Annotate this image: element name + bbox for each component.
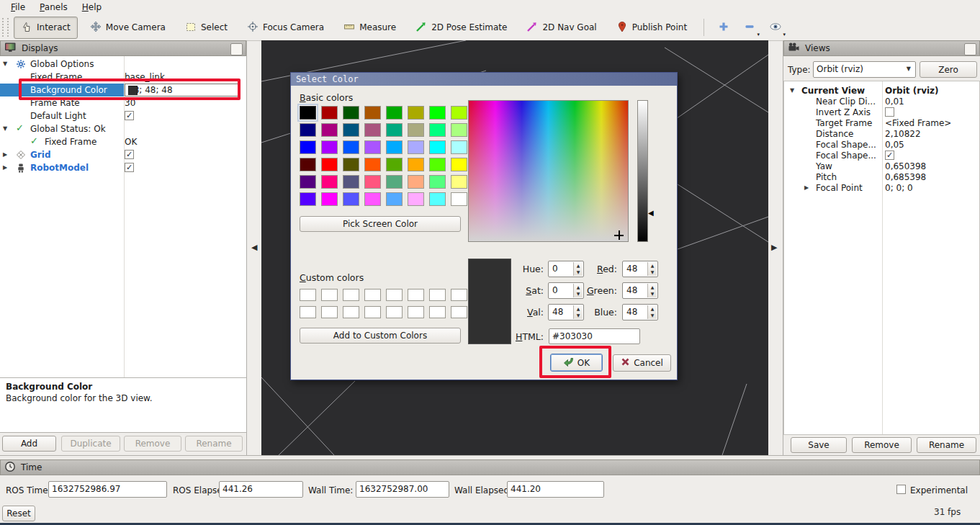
custom-color-swatch[interactable] <box>364 289 381 301</box>
save-view-button[interactable]: Save <box>791 437 847 453</box>
views-panel-header[interactable]: Views <box>783 40 980 56</box>
tree-row[interactable]: Pitch0,685398 <box>784 171 979 181</box>
basic-color-swatch[interactable] <box>429 192 446 206</box>
tree-row[interactable]: Target Frame<Fixed Frame> <box>784 117 979 127</box>
tree-row[interactable]: Frame Rate30 <box>0 97 246 109</box>
custom-color-swatch[interactable] <box>429 289 446 301</box>
checkbox[interactable]: ✓ <box>125 163 134 172</box>
publish-point-tool-button[interactable]: Publish Point <box>609 17 694 39</box>
pose-estimate-tool-button[interactable]: 2D Pose Estimate <box>408 17 514 39</box>
basic-color-swatch[interactable] <box>300 158 316 171</box>
custom-color-swatch[interactable] <box>408 289 424 301</box>
basic-color-swatch[interactable] <box>364 175 381 189</box>
time-panel-header[interactable]: Time <box>0 459 980 475</box>
remove-display-button[interactable]: Remove <box>124 436 181 452</box>
displays-panel-header[interactable]: Displays <box>0 40 246 56</box>
interact-tool-button[interactable]: Interact <box>14 17 78 39</box>
hue-saturation-picker[interactable] <box>468 100 629 242</box>
custom-color-swatch[interactable] <box>343 289 359 301</box>
custom-color-swatch[interactable] <box>300 306 316 318</box>
tree-row[interactable]: Yaw0,650398 <box>784 160 979 171</box>
basic-color-swatch[interactable] <box>386 140 403 154</box>
basic-color-swatch[interactable] <box>343 158 359 171</box>
custom-color-swatch[interactable] <box>343 306 359 318</box>
basic-color-swatch[interactable] <box>386 175 403 189</box>
basic-color-swatch[interactable] <box>343 175 359 189</box>
basic-color-swatch[interactable] <box>343 106 359 120</box>
tree-row[interactable]: ▶RobotModel✓ <box>0 161 246 174</box>
basic-color-swatch[interactable] <box>429 106 446 120</box>
basic-color-swatch[interactable] <box>321 192 338 206</box>
basic-color-swatch[interactable] <box>451 140 467 154</box>
basic-color-swatch[interactable] <box>343 123 359 137</box>
ros-elapsed-field[interactable]: 441.26 <box>219 481 303 498</box>
custom-color-swatch[interactable] <box>408 306 424 318</box>
measure-tool-button[interactable]: Measure <box>336 17 403 39</box>
basic-color-swatch[interactable] <box>300 192 316 206</box>
tree-row[interactable]: ▶Focal Point0; 0; 0 <box>784 181 979 192</box>
select-tool-button[interactable]: Select <box>178 17 235 39</box>
basic-color-swatch[interactable] <box>300 106 316 120</box>
basic-color-swatch[interactable] <box>408 106 424 120</box>
blue-spinbox[interactable]: 48▲▼ <box>622 304 658 320</box>
wall-elapsed-field[interactable]: 441.20 <box>507 481 604 498</box>
tree-row[interactable]: Default Light✓ <box>0 109 246 122</box>
menu-panels[interactable]: Panels <box>33 1 74 14</box>
tree-row[interactable]: ▼Global Options <box>0 58 246 71</box>
expander-open-icon[interactable]: ▼ <box>790 87 794 94</box>
add-to-custom-colors-button[interactable]: Add to Custom Colors <box>300 328 461 344</box>
value-slider-arrow[interactable]: ◀ <box>648 209 654 217</box>
custom-color-swatch[interactable] <box>451 306 467 318</box>
basic-color-swatch[interactable] <box>343 192 359 206</box>
tree-row[interactable]: ▶Grid✓ <box>0 148 246 161</box>
basic-color-swatch[interactable] <box>408 123 424 137</box>
red-spinbox[interactable]: 48▲▼ <box>622 261 658 277</box>
menu-file[interactable]: File <box>4 1 32 14</box>
basic-color-swatch[interactable] <box>386 158 403 171</box>
focus-camera-tool-button[interactable]: Focus Camera <box>240 17 331 39</box>
custom-color-swatch[interactable] <box>429 306 446 318</box>
basic-color-swatch[interactable] <box>451 175 467 189</box>
basic-color-swatch[interactable] <box>321 123 338 137</box>
checkbox[interactable] <box>885 107 894 117</box>
spin-arrows-icon[interactable]: ▲▼ <box>647 262 657 276</box>
tree-row[interactable]: ▼Current ViewOrbit (rviz) <box>784 84 979 95</box>
expander-closed-icon[interactable]: ▶ <box>3 151 7 158</box>
tree-row[interactable]: Background Color48; 48; 48 <box>0 84 246 97</box>
ok-button[interactable]: OK <box>550 354 603 372</box>
value-slider[interactable] <box>637 100 648 242</box>
color-crosshair[interactable] <box>614 230 624 240</box>
expander-open-icon[interactable]: ▼ <box>3 60 7 67</box>
basic-color-swatch[interactable] <box>429 123 446 137</box>
basic-color-swatch[interactable] <box>386 192 403 206</box>
basic-color-swatch[interactable] <box>386 106 403 120</box>
add-display-button[interactable]: Add <box>2 436 56 452</box>
basic-color-swatch[interactable] <box>300 123 316 137</box>
wall-time-field[interactable]: 1632752987.00 <box>356 481 449 498</box>
green-spinbox[interactable]: 48▲▼ <box>622 282 658 299</box>
custom-color-swatch[interactable] <box>386 306 403 318</box>
basic-color-swatch[interactable] <box>429 158 446 171</box>
custom-color-swatch[interactable] <box>364 306 381 318</box>
spin-arrows-icon[interactable]: ▲▼ <box>647 284 657 297</box>
menu-help[interactable]: Help <box>76 1 108 14</box>
basic-color-swatch[interactable] <box>451 192 467 206</box>
zero-button[interactable]: Zero <box>920 61 977 78</box>
ros-time-field[interactable]: 1632752986.97 <box>48 481 167 498</box>
basic-color-swatch[interactable] <box>408 140 424 154</box>
rename-display-button[interactable]: Rename <box>185 436 243 452</box>
basic-color-swatch[interactable] <box>343 140 359 154</box>
toolbar-drag-handle[interactable] <box>2 18 9 37</box>
custom-color-swatch[interactable] <box>321 306 338 318</box>
reset-button[interactable]: Reset <box>2 506 35 521</box>
basic-color-swatch[interactable] <box>364 158 381 171</box>
tree-row[interactable]: Distance2,10822 <box>784 127 979 138</box>
basic-color-swatch[interactable] <box>451 158 467 171</box>
cancel-button[interactable]: Cancel <box>613 354 671 372</box>
custom-color-swatch[interactable] <box>451 289 467 301</box>
basic-color-swatch[interactable] <box>300 140 316 154</box>
experimental-checkbox[interactable] <box>896 485 906 494</box>
checkbox[interactable]: ✓ <box>885 151 894 160</box>
rename-view-button[interactable]: Rename <box>917 437 976 453</box>
panel-float-button[interactable] <box>230 43 243 55</box>
